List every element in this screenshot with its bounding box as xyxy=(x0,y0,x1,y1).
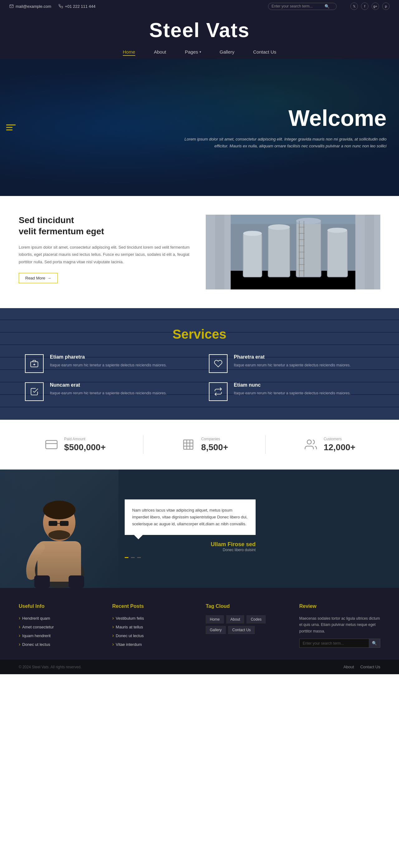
email-icon xyxy=(9,4,14,8)
svg-rect-41 xyxy=(34,576,50,588)
testimonial-text: Nam ultrices lacus vitae adipiscing aliq… xyxy=(132,507,248,527)
footer-recent-posts: Recent Posts Vestibulum felis Mauris at … xyxy=(112,603,193,650)
svg-rect-27 xyxy=(184,440,193,449)
email-contact: mail@example.com xyxy=(9,4,51,9)
stat-label-customers: Customers xyxy=(324,437,355,441)
svg-rect-7 xyxy=(296,221,321,277)
social-icons: 𝕏 f g+ p xyxy=(350,2,390,10)
facebook-icon[interactable]: f xyxy=(361,2,368,10)
services-grid: Etiam pharetra Itaque earum rerum hic te… xyxy=(25,354,374,401)
stat-value-customers: 12,000+ xyxy=(324,442,355,453)
read-more-button[interactable]: Read More → xyxy=(19,273,58,283)
stat-info-companies: Companies 8,500+ xyxy=(201,437,228,453)
top-bar: mail@example.com +01 222 111 444 🔍 𝕏 f g… xyxy=(0,0,399,12)
stat-label-paid: Paid Amount xyxy=(64,437,106,441)
recent-post-3[interactable]: Vitae interdum xyxy=(112,642,193,647)
service-icon-box-1 xyxy=(209,354,227,373)
footer-search-button[interactable]: 🔍 xyxy=(369,639,380,647)
phone-contact: +01 222 111 444 xyxy=(59,4,95,9)
svg-rect-39 xyxy=(60,521,69,526)
recent-post-2[interactable]: Donec ut lectus xyxy=(112,633,193,639)
credit-card-icon xyxy=(44,437,59,453)
stat-companies: Companies 8,500+ xyxy=(181,437,228,453)
twitter-icon[interactable]: 𝕏 xyxy=(350,2,358,10)
phone-icon xyxy=(59,4,63,8)
footer-useful-info-title: Useful Info xyxy=(19,603,100,609)
service-desc-2: Itaque earum rerum hic tenetur a sapient… xyxy=(50,391,167,396)
testimonial-section: Nam ultrices lacus vitae adipiscing aliq… xyxy=(0,469,399,588)
nav-pages[interactable]: Pages ▾ xyxy=(185,49,201,55)
service-icon-box-2 xyxy=(25,382,44,401)
service-item-3: Etiam nunc Itaque earum rerum hic tenetu… xyxy=(209,382,374,401)
testimonial-sub: Donec libero duisint xyxy=(125,548,255,552)
nav-contact[interactable]: Contact Us xyxy=(253,49,276,55)
footer-link-2[interactable]: Iquam hendrerit xyxy=(19,633,100,639)
service-content-3: Etiam nunc Itaque earum rerum hic tenetu… xyxy=(234,382,351,396)
email-text: mail@example.com xyxy=(16,4,51,9)
tag-gallery[interactable]: Gallery xyxy=(206,626,226,634)
nav-home[interactable]: Home xyxy=(123,49,135,55)
footer-tag-cloud: Tag Cloud Home About Codes Gallery Conta… xyxy=(206,603,287,650)
service-name-1: Pharetra erat xyxy=(234,354,351,360)
footer-link-3[interactable]: Donec ut lectus xyxy=(19,642,100,647)
tag-home[interactable]: Home xyxy=(206,615,224,623)
pinterest-icon[interactable]: p xyxy=(382,2,390,10)
recent-post-1[interactable]: Mauris at tellus xyxy=(112,624,193,630)
footer-review-text: Maecenas sodales tortor ac ligula ultric… xyxy=(299,615,380,634)
steel-vats-illustration xyxy=(206,215,380,289)
footer-review-search[interactable]: 🔍 xyxy=(299,639,380,648)
top-search-bar[interactable]: 🔍 xyxy=(268,3,337,10)
svg-point-10 xyxy=(327,228,347,233)
read-more-arrow-icon: → xyxy=(47,276,51,280)
testimonial-name: Ullam Firose sed xyxy=(125,541,255,548)
hero-lines-decoration xyxy=(6,125,16,130)
hero-line-1 xyxy=(6,125,16,126)
site-title: Steel Vats xyxy=(0,19,399,45)
footer: Useful Info Hendrerit quam Amet consecte… xyxy=(0,588,399,659)
footer-search-input[interactable] xyxy=(300,639,369,647)
transfer-icon xyxy=(214,387,222,396)
recent-post-0[interactable]: Vestibulum felis xyxy=(112,615,193,621)
svg-rect-3 xyxy=(243,234,262,277)
testimonial-dot-3 xyxy=(137,557,141,558)
svg-rect-21 xyxy=(231,215,355,224)
svg-rect-42 xyxy=(69,576,84,588)
googleplus-icon[interactable]: g+ xyxy=(372,2,379,10)
testimonial-dot-2 xyxy=(131,557,135,558)
service-name-2: Nuncam erat xyxy=(50,382,167,388)
footer-bottom-about[interactable]: About xyxy=(343,664,354,669)
site-header: Steel Vats xyxy=(0,12,399,45)
about-body-text: Lorem ipsum dolor sit amet, consectetur … xyxy=(19,244,193,266)
tag-codes[interactable]: Codes xyxy=(247,615,266,623)
footer-review: Review Maecenas sodales tortor ac ligula… xyxy=(299,603,380,650)
footer-link-1[interactable]: Amet consectetur xyxy=(19,624,100,630)
footer-useful-info-links: Hendrerit quam Amet consectetur Iquam he… xyxy=(19,615,100,647)
heart-icon xyxy=(214,359,222,368)
svg-point-36 xyxy=(43,501,75,519)
tag-contact[interactable]: Contact Us xyxy=(228,626,255,634)
service-content-0: Etiam pharetra Itaque earum rerum hic te… xyxy=(50,354,167,368)
tag-cloud-items: Home About Codes Gallery Contact Us xyxy=(206,615,287,634)
search-icon: 🔍 xyxy=(325,4,330,9)
about-heading: Sed tincidunt velit fermentum eget xyxy=(19,215,193,238)
stat-divider-2 xyxy=(265,435,266,454)
top-search-input[interactable] xyxy=(272,4,325,8)
footer-bottom-contact[interactable]: Contact Us xyxy=(360,664,380,669)
footer-bottom: © 2024 Steel Vats. All rights reserved. … xyxy=(0,659,399,674)
about-heading-line1: Sed tincidunt xyxy=(19,215,74,225)
footer-recent-posts-title: Recent Posts xyxy=(112,603,193,609)
service-desc-3: Itaque earum rerum hic tenetur a sapient… xyxy=(234,391,351,396)
footer-link-0[interactable]: Hendrerit quam xyxy=(19,615,100,621)
service-item-1: Pharetra erat Itaque earum rerum hic ten… xyxy=(209,354,374,373)
svg-point-37 xyxy=(48,530,70,539)
testimonial-dot-1 xyxy=(125,557,128,558)
nav-gallery[interactable]: Gallery xyxy=(220,49,235,55)
nav-about[interactable]: About xyxy=(154,49,166,55)
tag-about[interactable]: About xyxy=(226,615,244,623)
read-more-label: Read More xyxy=(25,276,45,280)
footer-tag-cloud-title: Tag Cloud xyxy=(206,603,287,609)
service-desc-0: Itaque earum rerum hic tenetur a sapient… xyxy=(50,362,167,368)
hero-title: Welcome xyxy=(180,105,387,131)
service-icon-box-3 xyxy=(209,382,227,401)
svg-rect-5 xyxy=(268,227,290,277)
